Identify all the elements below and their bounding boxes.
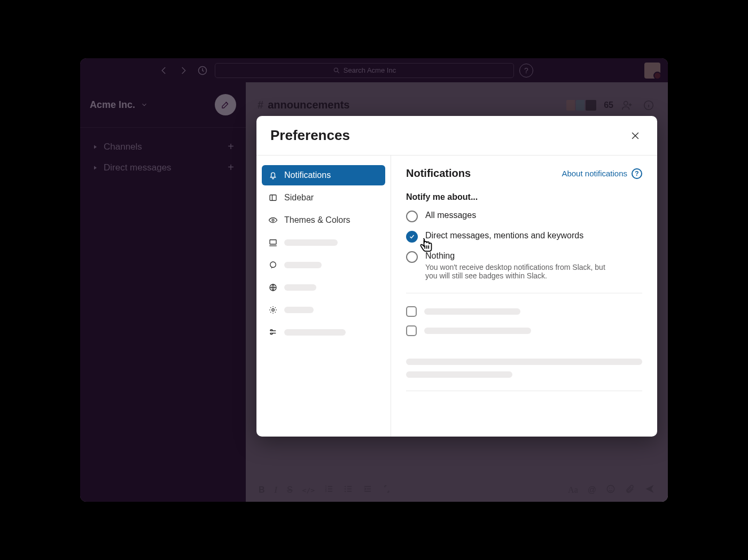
nav-placeholder-item[interactable] xyxy=(262,322,385,343)
checkbox-icon xyxy=(406,306,417,317)
chat-icon xyxy=(268,260,278,270)
svg-rect-13 xyxy=(270,195,276,201)
svg-point-18 xyxy=(272,309,275,312)
svg-rect-15 xyxy=(270,240,276,244)
app-window: Search Acme Inc ? Acme Inc. Channels + xyxy=(80,58,668,502)
preferences-content: Notifications About notifications ? Noti… xyxy=(391,155,657,437)
nothing-note: You won't receive desktop notifications … xyxy=(425,263,618,280)
stack-icon xyxy=(268,328,278,337)
globe-icon xyxy=(268,283,278,292)
bell-icon xyxy=(268,170,278,180)
divider xyxy=(406,391,642,391)
nav-placeholder-item[interactable] xyxy=(262,255,385,275)
close-icon xyxy=(630,130,641,141)
checkbox-placeholder-row[interactable] xyxy=(406,325,642,336)
radio-unchecked-icon xyxy=(406,211,418,222)
nav-notifications[interactable]: Notifications xyxy=(262,165,385,185)
about-notifications-link[interactable]: About notifications ? xyxy=(562,168,642,179)
checkbox-placeholder-row[interactable] xyxy=(406,306,642,317)
radio-unchecked-icon xyxy=(406,251,418,263)
divider xyxy=(406,293,642,293)
sidebar-icon xyxy=(268,193,278,203)
modal-close-button[interactable] xyxy=(627,128,643,144)
nav-sidebar[interactable]: Sidebar xyxy=(262,188,385,208)
placeholder-line xyxy=(406,371,512,378)
help-icon: ? xyxy=(632,168,642,179)
svg-point-16 xyxy=(270,262,276,268)
eye-icon xyxy=(268,215,278,225)
nav-themes[interactable]: Themes & Colors xyxy=(262,210,385,230)
content-heading: Notifications xyxy=(406,167,471,180)
preferences-modal: Preferences Notifications Sidebar Themes… xyxy=(256,116,657,437)
notify-option-nothing[interactable]: Nothing You won't receive desktop notifi… xyxy=(406,251,642,280)
svg-point-14 xyxy=(272,219,274,221)
preferences-nav: Notifications Sidebar Themes & Colors xyxy=(256,155,391,437)
nav-placeholder-item[interactable] xyxy=(262,277,385,298)
placeholder-line xyxy=(406,359,642,365)
gear-icon xyxy=(268,305,278,315)
desktop-icon xyxy=(268,238,278,247)
notify-option-all[interactable]: All messages xyxy=(406,211,642,222)
notify-me-label: Notify me about... xyxy=(406,192,642,202)
checkbox-icon xyxy=(406,325,417,336)
nav-placeholder-item[interactable] xyxy=(262,300,385,320)
radio-checked-icon xyxy=(406,231,418,243)
nav-placeholder-item[interactable] xyxy=(262,232,385,253)
modal-title: Preferences xyxy=(270,127,350,144)
notify-option-dm-mentions[interactable]: Direct messages, mentions and keywords xyxy=(406,231,642,243)
modal-header: Preferences xyxy=(256,116,657,155)
